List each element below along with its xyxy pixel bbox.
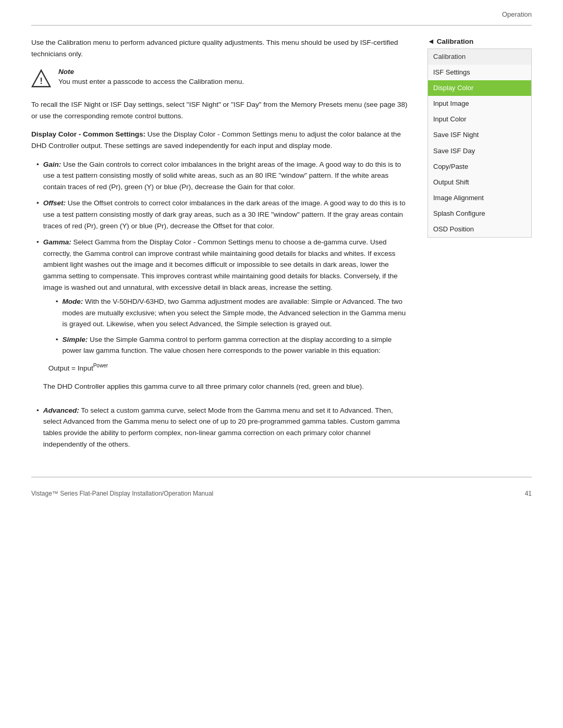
content-area: Use the Calibration menu to perform adva… <box>31 37 532 456</box>
sidebar-item-display-color[interactable]: Display Color <box>428 80 531 96</box>
note-text: You must enter a passcode to access the … <box>58 77 244 87</box>
sidebar-item-output-shift[interactable]: Output Shift <box>428 175 531 190</box>
intro-paragraph: Use the Calibration menu to perform adva… <box>31 37 412 59</box>
sidebar-item-osd-position[interactable]: OSD Position <box>428 221 531 237</box>
top-divider <box>31 25 532 26</box>
mode-sub-text: Mode: With the V-50HD/V-63HD, two Gamma … <box>62 296 412 330</box>
advanced-text: To select a custom gamma curve, select M… <box>43 406 400 448</box>
advanced-bullet: Advanced: To select a custom gamma curve… <box>31 405 412 450</box>
display-color-paragraph: Display Color - Common Settings: Use the… <box>31 129 412 151</box>
after-equation-paragraph: The DHD Controller applies this gamma cu… <box>43 381 412 392</box>
main-bullet-list: Gain: Use the Gain controls to correct c… <box>31 159 412 450</box>
svg-text:!: ! <box>40 76 43 86</box>
sidebar-arrow: ◄ <box>427 37 435 45</box>
sidebar-item-isf-settings[interactable]: ISF Settings <box>428 65 531 80</box>
advanced-bold: Advanced: <box>43 406 79 414</box>
operation-label: Operation <box>502 10 532 18</box>
sidebar-item-save-isf-day[interactable]: Save ISF Day <box>428 143 531 159</box>
gamma-bullet-text: Gamma: Select Gamma from the Display Col… <box>43 237 412 400</box>
footer-right: 41 <box>525 490 532 497</box>
equation-superscript: Power <box>93 363 108 368</box>
note-box: ! Note You must enter a passcode to acce… <box>31 68 412 89</box>
sidebar-item-splash-configure[interactable]: Splash Configure <box>428 206 531 221</box>
mode-text: With the V-50HD/V-63HD, two Gamma adjust… <box>62 298 406 328</box>
warning-icon: ! <box>31 69 51 89</box>
sidebar: ◄ Calibration Calibration ISF Settings D… <box>427 37 532 456</box>
page: Operation Use the Calibration menu to pe… <box>0 0 563 513</box>
sidebar-item-input-image[interactable]: Input Image <box>428 96 531 112</box>
note-label: Note <box>58 68 244 76</box>
main-content: Use the Calibration menu to perform adva… <box>31 37 412 456</box>
advanced-bullet-text: Advanced: To select a custom gamma curve… <box>43 405 412 450</box>
gamma-sub-list: Mode: With the V-50HD/V-63HD, two Gamma … <box>56 296 412 356</box>
recall-paragraph: To recall the ISF Night or ISF Day setti… <box>31 99 412 121</box>
gain-bullet-text: Gain: Use the Gain controls to correct c… <box>43 159 412 193</box>
gain-bullet: Gain: Use the Gain controls to correct c… <box>31 159 412 193</box>
mode-sub-bullet: Mode: With the V-50HD/V-63HD, two Gamma … <box>56 296 412 330</box>
mode-bold: Mode: <box>62 298 83 305</box>
footer-divider <box>31 477 532 477</box>
sidebar-item-input-color[interactable]: Input Color <box>428 112 531 127</box>
sidebar-item-image-alignment[interactable]: Image Alignment <box>428 190 531 206</box>
gamma-bullet: Gamma: Select Gamma from the Display Col… <box>31 237 412 400</box>
gamma-bold: Gamma: <box>43 238 71 246</box>
offset-bullet-text: Offset: Use the Offset controls to corre… <box>43 198 412 231</box>
sidebar-menu: Calibration ISF Settings Display Color I… <box>427 48 532 238</box>
footer-left: Vistage™ Series Flat-Panel Display Insta… <box>31 490 213 497</box>
note-content: Note You must enter a passcode to access… <box>58 68 244 87</box>
offset-bold: Offset: <box>43 199 66 207</box>
sidebar-item-calibration[interactable]: Calibration <box>428 49 531 65</box>
equation: Output = InputPower <box>48 362 412 374</box>
gain-bold: Gain: <box>43 161 62 168</box>
gain-text: Use the Gain controls to correct color i… <box>43 161 401 191</box>
offset-bullet: Offset: Use the Offset controls to corre… <box>31 198 412 231</box>
sidebar-header: ◄ Calibration <box>427 37 532 45</box>
simple-sub-text: Simple: Use the Simple Gamma control to … <box>62 334 412 356</box>
gamma-text: Select Gamma from the Display Color - Co… <box>43 238 398 291</box>
sidebar-item-save-isf-night[interactable]: Save ISF Night <box>428 127 531 143</box>
simple-text: Use the Simple Gamma control to perform … <box>62 336 391 355</box>
sidebar-item-copy-paste[interactable]: Copy/Paste <box>428 159 531 175</box>
sidebar-title: Calibration <box>437 38 474 45</box>
footer: Vistage™ Series Flat-Panel Display Insta… <box>31 490 532 497</box>
equation-base: Output = Input <box>48 364 93 372</box>
offset-text: Use the Offset controls to correct color… <box>43 199 406 229</box>
simple-sub-bullet: Simple: Use the Simple Gamma control to … <box>56 334 412 356</box>
simple-bold: Simple: <box>62 336 88 343</box>
display-color-bold: Display Color - Common Settings: <box>31 130 145 138</box>
